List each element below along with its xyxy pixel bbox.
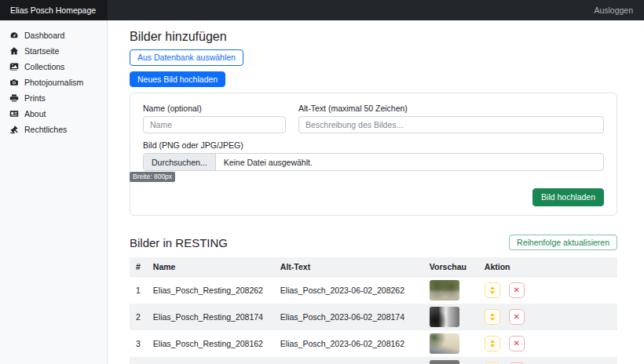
sidebar-item-startseite[interactable]: Startseite bbox=[0, 43, 107, 59]
upload-image-button[interactable]: Bild hochladen bbox=[532, 188, 604, 206]
preview-thumbnail bbox=[430, 307, 459, 327]
row-index: 4 bbox=[130, 357, 147, 364]
sidebar-item-dashboard[interactable]: Dashboard bbox=[0, 27, 107, 43]
sidebar-item-label: Prints bbox=[24, 93, 46, 103]
file-label: Bild (PNG oder JPG/JPEG) bbox=[143, 140, 604, 150]
header-action: Aktion bbox=[478, 257, 617, 277]
images-table: # Name Alt-Text Vorschau Aktion 1 Elias_… bbox=[130, 257, 617, 364]
header-alt-text: Alt-Text bbox=[274, 257, 423, 277]
header-name: Name bbox=[147, 257, 274, 277]
gavel-icon bbox=[9, 125, 19, 135]
navbar-right: Ausloggen bbox=[108, 0, 644, 20]
camera-icon bbox=[9, 78, 19, 88]
reorder-button[interactable] bbox=[485, 336, 500, 351]
sidebar-item-rechtliches[interactable]: Rechtliches bbox=[0, 122, 107, 137]
file-status-text: Keine Datei ausgewählt. bbox=[216, 154, 320, 170]
table-row: 2 Elias_Posch_Resting_208174 Elias_Posch… bbox=[130, 304, 617, 330]
alt-text-label: Alt-Text (maximal 50 Zeichen) bbox=[298, 104, 604, 113]
preview-thumbnail bbox=[430, 360, 459, 364]
width-hint-tooltip: Breite: 800px bbox=[130, 172, 175, 182]
row-index: 3 bbox=[130, 330, 147, 357]
table-row: 4 Elias_Posch_Resting_208214 Elias_Posch… bbox=[130, 357, 617, 364]
logout-link[interactable]: Ausloggen bbox=[594, 5, 633, 15]
update-order-button[interactable]: Reihenfolge aktualisieren bbox=[509, 235, 617, 251]
reorder-button[interactable] bbox=[485, 309, 500, 325]
delete-button[interactable]: ✕ bbox=[509, 282, 525, 298]
row-name: Elias_Posch_Resting_208174 bbox=[147, 304, 274, 330]
table-header-row: # Name Alt-Text Vorschau Aktion bbox=[130, 257, 617, 277]
sidebar: Dashboard Startseite Collections Photojo… bbox=[0, 20, 108, 364]
preview-thumbnail bbox=[430, 333, 459, 354]
header-index: # bbox=[130, 257, 147, 277]
sort-arrows-icon bbox=[489, 286, 496, 294]
address-card-icon bbox=[9, 109, 19, 119]
home-icon bbox=[9, 46, 19, 56]
row-alt: Elias_Posch_2023-06-02_208214 bbox=[274, 357, 423, 364]
table-row: 1 Elias_Posch_Resting_208262 Elias_Posch… bbox=[130, 277, 617, 304]
row-alt: Elias_Posch_2023-06-02_208162 bbox=[274, 330, 423, 357]
delete-button[interactable]: ✕ bbox=[509, 309, 525, 325]
navbar-brand: Elias Posch Homepage bbox=[10, 5, 96, 15]
sidebar-item-label: About bbox=[24, 109, 46, 118]
row-name: Elias_Posch_Resting_208262 bbox=[147, 277, 274, 304]
sidebar-item-collections[interactable]: Collections bbox=[0, 59, 107, 75]
row-name: Elias_Posch_Resting_208162 bbox=[147, 330, 274, 357]
main-content: Bilder hinzufügen Aus Datenbank auswähle… bbox=[108, 20, 644, 364]
row-alt: Elias_Posch_2023-06-02_208174 bbox=[274, 304, 423, 330]
row-index: 1 bbox=[130, 277, 147, 304]
sidebar-item-prints[interactable]: Prints bbox=[0, 90, 107, 106]
section-title: Bilder in RESTING bbox=[130, 236, 228, 249]
name-input[interactable] bbox=[143, 116, 286, 133]
top-navbar: Elias Posch Homepage Ausloggen bbox=[0, 0, 644, 20]
sidebar-item-label: Rechtliches bbox=[24, 125, 67, 134]
file-input[interactable]: Durchsuchen... Keine Datei ausgewählt. bbox=[143, 153, 604, 171]
upload-form-card: Name (optional) Alt-Text (maximal 50 Zei… bbox=[130, 93, 617, 216]
reorder-button[interactable] bbox=[485, 282, 500, 298]
preview-thumbnail bbox=[430, 280, 459, 300]
printer-icon bbox=[9, 93, 19, 104]
tachometer-icon bbox=[9, 31, 19, 41]
row-index: 2 bbox=[130, 304, 147, 330]
sidebar-item-photojournalism[interactable]: Photojournalism bbox=[0, 75, 107, 90]
sort-arrows-icon bbox=[489, 340, 496, 348]
images-icon bbox=[9, 62, 19, 72]
row-name: Elias_Posch_Resting_208214 bbox=[147, 357, 274, 364]
table-row: 3 Elias_Posch_Resting_208162 Elias_Posch… bbox=[130, 330, 617, 357]
upload-new-image-button[interactable]: Neues Bild hochladen bbox=[130, 71, 225, 88]
select-from-database-button[interactable]: Aus Datenbank auswählen bbox=[130, 49, 243, 66]
sidebar-item-label: Photojournalism bbox=[24, 78, 83, 87]
page-title: Bilder hinzufügen bbox=[130, 30, 617, 44]
sidebar-item-label: Startseite bbox=[24, 46, 59, 56]
row-alt: Elias_Posch_2023-06-02_208262 bbox=[274, 277, 423, 304]
navbar-brand-block: Elias Posch Homepage bbox=[0, 0, 108, 20]
sort-arrows-icon bbox=[489, 313, 496, 321]
delete-button[interactable]: ✕ bbox=[509, 336, 525, 351]
sidebar-item-about[interactable]: About bbox=[0, 106, 107, 122]
sidebar-item-label: Dashboard bbox=[24, 31, 64, 40]
header-preview: Vorschau bbox=[423, 257, 478, 277]
alt-text-input[interactable] bbox=[298, 116, 604, 133]
name-label: Name (optional) bbox=[143, 104, 286, 113]
sidebar-item-label: Collections bbox=[24, 62, 64, 71]
browse-button[interactable]: Durchsuchen... bbox=[144, 154, 216, 170]
